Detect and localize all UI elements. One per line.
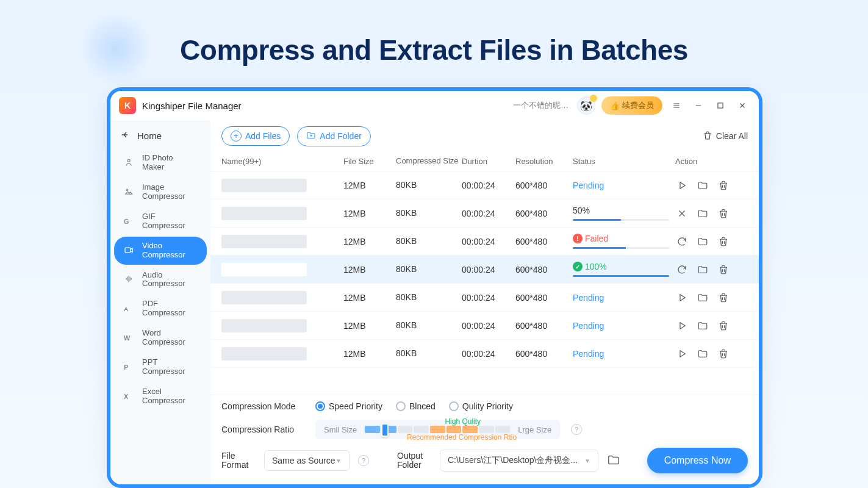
radio-label: Qulity Priority	[462, 401, 513, 411]
col-name[interactable]: Name(99+)	[221, 157, 343, 166]
sidebar-item-video[interactable]: VideoCompressor	[114, 237, 207, 265]
home-label: Home	[137, 131, 162, 141]
table-row[interactable]: 12MB80KB00:00:24600*480Pending	[210, 284, 759, 312]
duration: 00:00:24	[462, 293, 515, 303]
sidebar-item-word[interactable]: WWordCompressor	[114, 324, 207, 352]
hamburger-menu-icon[interactable]	[669, 98, 684, 113]
output-path-value: C:\Users\江下\Desktop\金舟视金...	[448, 455, 584, 466]
trash-button[interactable]	[717, 179, 730, 192]
compressed-size: 80KB	[396, 321, 462, 330]
folder-button[interactable]	[696, 179, 709, 192]
user-nickname: 一个不错的昵…	[513, 100, 569, 111]
folder-button[interactable]	[696, 291, 709, 304]
trash-button[interactable]	[717, 347, 730, 361]
help-icon[interactable]: ?	[571, 424, 582, 435]
sidebar-item-label: ID Photo	[142, 154, 173, 163]
radio-icon	[315, 401, 325, 411]
duration: 00:00:24	[462, 237, 515, 246]
folder-button[interactable]	[696, 347, 709, 361]
progress-bar	[573, 247, 669, 249]
resolution: 600*480	[515, 209, 573, 218]
status-done: ✓100%	[573, 262, 675, 271]
col-duration: Durtion	[462, 157, 515, 166]
file-format-label: FileFormat	[221, 451, 256, 470]
minimize-icon[interactable]	[690, 98, 706, 113]
vid-icon	[123, 244, 136, 257]
table-row[interactable]: 12MB80KB00:00:24600*480Pending	[210, 312, 759, 340]
clear-all-button[interactable]: Clear All	[703, 131, 748, 142]
trash-button[interactable]	[717, 235, 730, 248]
sidebar-item-excel[interactable]: XExcelCompressor	[114, 382, 207, 411]
back-arrow-icon	[120, 130, 130, 142]
ppt-icon: P	[123, 361, 136, 374]
svg-text:G: G	[124, 217, 129, 224]
large-size-label: Lrge Size	[518, 425, 551, 434]
sidebar-item-label: Excel	[142, 387, 185, 396]
trash-button[interactable]	[717, 319, 730, 332]
compressed-size: 80KB	[396, 209, 462, 218]
output-folder-select[interactable]: C:\Users\江下\Desktop\金舟视金... ▼	[440, 450, 598, 472]
folder-button[interactable]	[696, 207, 709, 220]
folder-button[interactable]	[696, 319, 709, 332]
sidebar-item-label: Maker	[142, 163, 173, 172]
trash-button[interactable]	[717, 291, 730, 304]
folder-button[interactable]	[696, 263, 709, 276]
play-button[interactable]	[675, 179, 689, 192]
maximize-icon[interactable]	[712, 98, 728, 113]
table-row[interactable]: 12MB80KB00:00:24600*480✓100%	[210, 256, 759, 284]
close-icon[interactable]	[734, 98, 750, 113]
retry-button[interactable]	[675, 263, 689, 276]
svg-text:P: P	[124, 364, 128, 371]
compress-now-button[interactable]: Compress Now	[647, 448, 748, 473]
help-icon[interactable]: ?	[358, 455, 369, 466]
add-folder-button[interactable]: Add Folder	[297, 126, 370, 146]
sidebar-item-label: PPT	[142, 358, 185, 367]
play-button[interactable]	[675, 347, 689, 361]
compression-ratio-label: Compression Ratio	[221, 425, 304, 434]
sidebar-item-pdf[interactable]: APDFCompressor	[114, 295, 207, 323]
pdf-icon: A	[123, 302, 136, 315]
play-button[interactable]	[675, 319, 689, 332]
open-output-folder-button[interactable]	[607, 453, 620, 468]
cancel-button[interactable]	[675, 207, 689, 220]
col-resolution: Resolution	[515, 157, 573, 166]
thumbs-up-icon: 👍	[610, 101, 620, 110]
mode-radio-qulity-priority[interactable]: Qulity Priority	[449, 401, 513, 411]
sidebar-item-audio[interactable]: AudioCompressor	[114, 266, 207, 294]
sidebar-item-id-photo[interactable]: ID PhotoMaker	[114, 149, 207, 177]
sidebar-item-label: Compressor	[142, 396, 185, 406]
mode-radio-speed-priority[interactable]: Speed Priority	[315, 401, 382, 411]
sidebar-item-gif[interactable]: GGIFCompressor	[114, 207, 207, 235]
table-row[interactable]: 12MB80KB00:00:24600*480!Failed	[210, 228, 759, 256]
play-button[interactable]	[675, 291, 689, 304]
sidebar-item-ppt[interactable]: PPPTCompressor	[114, 353, 207, 381]
sidebar-home[interactable]: Home	[110, 124, 210, 148]
aud-icon	[123, 273, 136, 286]
output-folder-label: OutputFolder	[397, 451, 431, 470]
table-row[interactable]: 12MB80KB00:00:24600*48050%	[210, 199, 759, 228]
slider-thumb-icon[interactable]	[381, 423, 389, 437]
trash-button[interactable]	[717, 263, 730, 276]
filename-placeholder	[221, 179, 307, 192]
status-pending: Pending	[573, 349, 604, 359]
file-format-select[interactable]: Same as Source ▼	[264, 450, 350, 471]
avatar[interactable]	[577, 96, 595, 115]
sidebar-item-label: Compressor	[142, 251, 185, 260]
sidebar-item-label: GIF	[142, 212, 185, 221]
progress-bar	[573, 275, 669, 277]
filename-placeholder	[221, 319, 307, 332]
sidebar-item-label: Compressor	[142, 221, 185, 231]
retry-button[interactable]	[675, 235, 689, 248]
file-size: 12MB	[343, 237, 396, 246]
resolution: 600*480	[515, 181, 573, 190]
table-row[interactable]: 12MB80KB00:00:24600*480Pending	[210, 171, 759, 199]
main-panel: + Add Files Add Folder Clear All Name(99…	[210, 120, 759, 484]
renew-membership-button[interactable]: 👍 续费会员	[601, 96, 662, 115]
table-row[interactable]: 12MB80KB00:00:24600*480Pending	[210, 340, 759, 368]
add-files-button[interactable]: + Add Files	[221, 126, 290, 146]
mode-radio-blnced[interactable]: Blnced	[396, 401, 436, 411]
sidebar-item-label: Compressor	[142, 309, 185, 318]
trash-button[interactable]	[717, 207, 730, 220]
sidebar-item-image[interactable]: ImageCompressor	[114, 178, 207, 206]
folder-button[interactable]	[696, 235, 709, 248]
